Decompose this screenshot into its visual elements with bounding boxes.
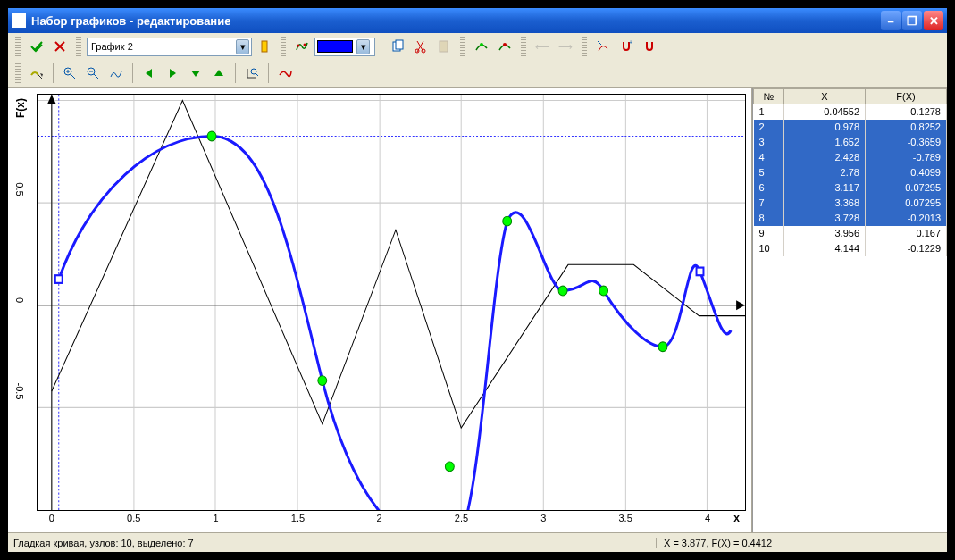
x-tick: 1.5: [291, 513, 305, 523]
cell-x[interactable]: 0.04552: [784, 104, 866, 120]
grip-icon[interactable]: [15, 37, 21, 56]
table-row[interactable]: 10.045520.1278: [754, 104, 947, 120]
table-row[interactable]: 63.1170.07295: [754, 180, 947, 196]
maximize-button[interactable]: ❐: [902, 11, 922, 30]
table-row[interactable]: 104.144-0.1229: [754, 241, 947, 256]
svg-point-53: [445, 462, 454, 472]
properties-button[interactable]: [254, 37, 275, 56]
x-tick: 2.5: [455, 513, 468, 523]
table-row[interactable]: 93.9560.167: [754, 226, 947, 241]
x-tick: 3: [540, 513, 546, 523]
magnet-tool-button[interactable]: [639, 37, 660, 56]
nav-right-button[interactable]: [162, 63, 183, 83]
cell-fx[interactable]: -0.1229: [866, 241, 947, 256]
grip-icon[interactable]: [76, 37, 81, 56]
svg-point-56: [599, 286, 608, 296]
titlebar[interactable]: Набор графиков - редактирование – ❐ ✕: [8, 8, 947, 33]
cell-fx[interactable]: 0.1278: [866, 104, 947, 120]
cell-n[interactable]: 10: [754, 241, 784, 256]
chart-canvas[interactable]: F(x) -0.5 0 0.5 0 0.5 1 1.5 2 2.5 3 3.5 …: [37, 94, 746, 511]
cell-fx[interactable]: 0.167: [866, 226, 947, 241]
col-header-n[interactable]: №: [754, 89, 784, 104]
svg-point-13: [503, 43, 507, 46]
cell-n[interactable]: 3: [754, 135, 784, 150]
cell-fx[interactable]: 0.07295: [866, 180, 947, 196]
y-tick: 0: [14, 297, 25, 303]
chevron-down-icon[interactable]: ▾: [356, 39, 370, 54]
grip-icon[interactable]: [582, 37, 587, 56]
svg-point-3: [297, 45, 300, 47]
svg-line-21: [94, 74, 98, 79]
nav-down-button[interactable]: [185, 63, 206, 83]
nav-left-button[interactable]: [138, 63, 160, 83]
cell-n[interactable]: 5: [754, 165, 784, 180]
grip-icon[interactable]: [460, 37, 465, 56]
cell-x[interactable]: 2.78: [784, 165, 866, 180]
grip-icon[interactable]: [15, 63, 21, 83]
close-button[interactable]: ✕: [924, 11, 943, 30]
cell-x[interactable]: 4.144: [784, 241, 866, 256]
cell-x[interactable]: 0.978: [784, 120, 866, 135]
col-header-fx[interactable]: F(X): [866, 89, 947, 104]
table-row[interactable]: 20.9780.8252: [754, 120, 947, 135]
color-selector[interactable]: ▾: [314, 38, 375, 56]
cell-n[interactable]: 2: [754, 120, 784, 135]
x-tick: 0.5: [127, 513, 140, 523]
cell-x[interactable]: 3.117: [784, 180, 866, 196]
x-tick: 4: [705, 513, 710, 523]
edit-curve-red-button[interactable]: [494, 37, 515, 56]
cut-button[interactable]: [410, 37, 431, 56]
measure-tool-button[interactable]: [592, 37, 614, 56]
cell-n[interactable]: 8: [754, 211, 784, 226]
graph-selector-label: График 2: [91, 41, 133, 52]
reject-button[interactable]: [49, 37, 71, 56]
accept-button[interactable]: [26, 37, 47, 56]
x-tick: 1: [214, 513, 219, 523]
grip-icon[interactable]: [521, 37, 526, 56]
table-row[interactable]: 83.728-0.2013: [754, 211, 947, 226]
zoom-in-button[interactable]: [59, 63, 80, 83]
minimize-button[interactable]: –: [881, 11, 901, 30]
cell-x[interactable]: 3.956: [784, 226, 866, 241]
cell-fx[interactable]: 0.4099: [866, 165, 947, 180]
select-tool-button[interactable]: [26, 63, 47, 83]
cell-fx[interactable]: -0.2013: [866, 211, 947, 226]
cell-x[interactable]: 2.428: [784, 150, 866, 165]
curve-edit-button[interactable]: [274, 63, 296, 83]
svg-point-12: [480, 43, 483, 46]
cell-n[interactable]: 6: [754, 180, 784, 196]
chevron-down-icon[interactable]: ▾: [236, 39, 249, 54]
table-row[interactable]: 42.428-0.789: [754, 150, 947, 165]
data-table[interactable]: № X F(X) 10.045520.127820.9780.825231.65…: [753, 88, 947, 256]
table-row[interactable]: 52.780.4099: [754, 165, 947, 180]
workarea: ✥ F(x) -0.5 0 0.5 0 0.5 1 1.5 2 2.5 3 3.…: [8, 88, 947, 532]
nav-up-button[interactable]: [208, 63, 230, 83]
chart-svg[interactable]: [38, 95, 745, 510]
curve-tool-button[interactable]: [291, 37, 313, 56]
svg-line-14: [598, 41, 601, 45]
cell-fx[interactable]: -0.789: [866, 150, 947, 165]
chart-pane: ✥ F(x) -0.5 0 0.5 0 0.5 1 1.5 2 2.5 3 3.…: [8, 88, 752, 532]
table-row[interactable]: 73.3680.07295: [754, 196, 947, 211]
graph-selector[interactable]: График 2 ▾: [87, 38, 252, 56]
col-header-x[interactable]: X: [784, 89, 866, 104]
zoom-out-button[interactable]: [82, 63, 104, 83]
cell-fx[interactable]: 0.8252: [866, 120, 947, 135]
cell-fx[interactable]: -0.3659: [866, 135, 947, 150]
copy-button[interactable]: [387, 37, 408, 56]
x-tick: 3.5: [618, 513, 632, 523]
cell-n[interactable]: 1: [754, 104, 784, 120]
edit-curve-green-button[interactable]: [471, 37, 492, 56]
cell-x[interactable]: 3.368: [784, 196, 866, 211]
cell-n[interactable]: 4: [754, 150, 784, 165]
zoom-fit-button[interactable]: [105, 63, 127, 83]
cell-x[interactable]: 3.728: [784, 211, 866, 226]
snap-tool-button[interactable]: +: [616, 37, 637, 56]
table-row[interactable]: 31.652-0.3659: [754, 135, 947, 150]
cell-n[interactable]: 7: [754, 196, 784, 211]
axis-settings-button[interactable]: [241, 63, 263, 83]
cell-x[interactable]: 1.652: [784, 135, 866, 150]
cell-fx[interactable]: 0.07295: [866, 196, 947, 211]
grip-icon[interactable]: [281, 37, 286, 56]
cell-n[interactable]: 9: [754, 226, 784, 241]
